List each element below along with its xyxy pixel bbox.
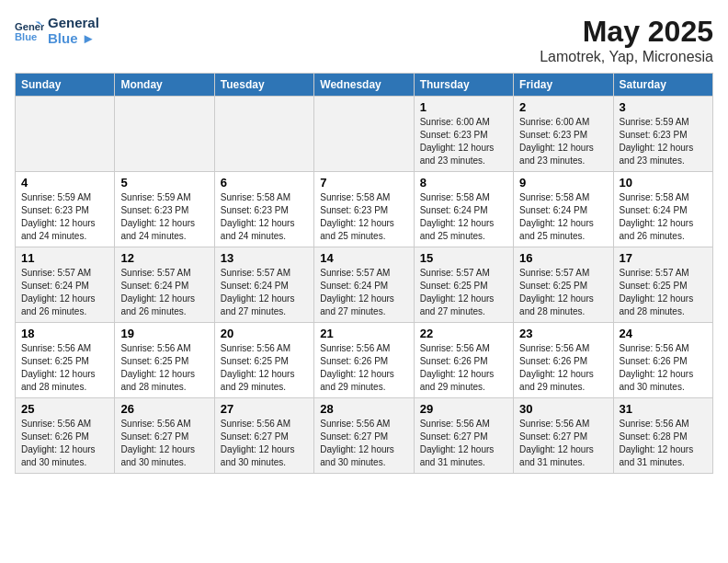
day-info: Sunrise: 5:58 AM Sunset: 6:24 PM Dayligh… <box>420 191 507 243</box>
calendar-cell: 6Sunrise: 5:58 AM Sunset: 6:23 PM Daylig… <box>214 172 313 247</box>
calendar-cell: 3Sunrise: 5:59 AM Sunset: 6:23 PM Daylig… <box>613 97 712 172</box>
calendar-week-row: 4Sunrise: 5:59 AM Sunset: 6:23 PM Daylig… <box>16 172 713 247</box>
calendar-cell: 13Sunrise: 5:57 AM Sunset: 6:24 PM Dayli… <box>214 247 313 323</box>
logo-icon: General Blue <box>15 16 44 45</box>
calendar-cell: 8Sunrise: 5:58 AM Sunset: 6:24 PM Daylig… <box>414 172 513 247</box>
day-number: 16 <box>519 251 607 265</box>
day-info: Sunrise: 5:57 AM Sunset: 6:25 PM Dayligh… <box>620 267 707 318</box>
day-info: Sunrise: 5:59 AM Sunset: 6:23 PM Dayligh… <box>620 116 707 167</box>
day-info: Sunrise: 5:58 AM Sunset: 6:23 PM Dayligh… <box>221 191 308 243</box>
day-number: 9 <box>519 176 607 190</box>
calendar-cell: 22Sunrise: 5:56 AM Sunset: 6:26 PM Dayli… <box>414 323 513 398</box>
day-info: Sunrise: 5:56 AM Sunset: 6:26 PM Dayligh… <box>620 342 707 394</box>
calendar-cell: 2Sunrise: 6:00 AM Sunset: 6:23 PM Daylig… <box>514 97 613 172</box>
logo-general: General <box>48 15 99 30</box>
day-number: 14 <box>320 251 407 265</box>
calendar-cell: 30Sunrise: 5:56 AM Sunset: 6:27 PM Dayli… <box>514 398 613 474</box>
day-number: 3 <box>620 100 707 114</box>
calendar-cell: 25Sunrise: 5:56 AM Sunset: 6:26 PM Dayli… <box>16 398 115 474</box>
svg-text:Blue: Blue <box>15 31 37 42</box>
day-number: 22 <box>420 327 507 340</box>
day-info: Sunrise: 5:56 AM Sunset: 6:26 PM Dayligh… <box>519 342 607 394</box>
calendar-cell: 26Sunrise: 5:56 AM Sunset: 6:27 PM Dayli… <box>115 398 214 474</box>
col-thursday: Thursday <box>414 74 513 97</box>
day-number: 2 <box>519 100 607 114</box>
calendar-cell: 21Sunrise: 5:56 AM Sunset: 6:26 PM Dayli… <box>314 323 414 398</box>
title-block: May 2025 Lamotrek, Yap, Micronesia <box>540 15 713 65</box>
day-number: 21 <box>320 327 407 340</box>
day-info: Sunrise: 5:58 AM Sunset: 6:23 PM Dayligh… <box>320 191 407 243</box>
day-info: Sunrise: 5:56 AM Sunset: 6:27 PM Dayligh… <box>120 418 208 469</box>
day-info: Sunrise: 5:58 AM Sunset: 6:24 PM Dayligh… <box>620 191 707 243</box>
day-info: Sunrise: 5:57 AM Sunset: 6:24 PM Dayligh… <box>120 267 208 318</box>
day-info: Sunrise: 6:00 AM Sunset: 6:23 PM Dayligh… <box>420 116 507 167</box>
day-number: 11 <box>21 251 108 265</box>
calendar-cell: 20Sunrise: 5:56 AM Sunset: 6:25 PM Dayli… <box>214 323 313 398</box>
day-info: Sunrise: 5:56 AM Sunset: 6:28 PM Dayligh… <box>620 418 707 469</box>
calendar-cell: 23Sunrise: 5:56 AM Sunset: 6:26 PM Dayli… <box>514 323 613 398</box>
day-info: Sunrise: 5:57 AM Sunset: 6:25 PM Dayligh… <box>519 267 607 318</box>
day-number: 20 <box>221 327 308 340</box>
page-header: General Blue General Blue ► May 2025 Lam… <box>15 15 713 65</box>
day-number: 25 <box>21 402 108 416</box>
calendar-cell: 5Sunrise: 5:59 AM Sunset: 6:23 PM Daylig… <box>115 172 214 247</box>
day-number: 28 <box>320 402 407 416</box>
day-info: Sunrise: 5:56 AM Sunset: 6:27 PM Dayligh… <box>320 418 407 469</box>
calendar-cell: 4Sunrise: 5:59 AM Sunset: 6:23 PM Daylig… <box>16 172 115 247</box>
calendar-cell: 15Sunrise: 5:57 AM Sunset: 6:25 PM Dayli… <box>414 247 513 323</box>
day-number: 4 <box>21 176 108 190</box>
calendar-week-row: 11Sunrise: 5:57 AM Sunset: 6:24 PM Dayli… <box>16 247 713 323</box>
calendar-week-row: 1Sunrise: 6:00 AM Sunset: 6:23 PM Daylig… <box>16 97 713 172</box>
col-friday: Friday <box>514 74 613 97</box>
col-monday: Monday <box>115 74 214 97</box>
header-row: Sunday Monday Tuesday Wednesday Thursday… <box>16 74 713 97</box>
day-info: Sunrise: 5:57 AM Sunset: 6:24 PM Dayligh… <box>21 267 108 318</box>
calendar-cell: 24Sunrise: 5:56 AM Sunset: 6:26 PM Dayli… <box>613 323 712 398</box>
day-info: Sunrise: 5:56 AM Sunset: 6:26 PM Dayligh… <box>320 342 407 394</box>
day-info: Sunrise: 5:56 AM Sunset: 6:27 PM Dayligh… <box>420 418 507 469</box>
day-number: 10 <box>620 176 707 190</box>
calendar-cell: 11Sunrise: 5:57 AM Sunset: 6:24 PM Dayli… <box>16 247 115 323</box>
calendar-cell: 31Sunrise: 5:56 AM Sunset: 6:28 PM Dayli… <box>613 398 712 474</box>
calendar-cell: 9Sunrise: 5:58 AM Sunset: 6:24 PM Daylig… <box>514 172 613 247</box>
calendar-week-row: 18Sunrise: 5:56 AM Sunset: 6:25 PM Dayli… <box>16 323 713 398</box>
calendar-week-row: 25Sunrise: 5:56 AM Sunset: 6:26 PM Dayli… <box>16 398 713 474</box>
calendar-cell: 14Sunrise: 5:57 AM Sunset: 6:24 PM Dayli… <box>314 247 414 323</box>
calendar-cell: 12Sunrise: 5:57 AM Sunset: 6:24 PM Dayli… <box>115 247 214 323</box>
day-number: 27 <box>221 402 308 416</box>
col-saturday: Saturday <box>613 74 712 97</box>
calendar-cell <box>16 97 115 172</box>
col-wednesday: Wednesday <box>314 74 414 97</box>
day-info: Sunrise: 5:56 AM Sunset: 6:26 PM Dayligh… <box>21 418 108 469</box>
day-info: Sunrise: 5:57 AM Sunset: 6:24 PM Dayligh… <box>320 267 407 318</box>
day-number: 8 <box>420 176 507 190</box>
calendar-cell <box>314 97 414 172</box>
logo-blue: Blue ► <box>48 30 99 46</box>
col-sunday: Sunday <box>16 74 115 97</box>
calendar-table: Sunday Monday Tuesday Wednesday Thursday… <box>15 73 713 474</box>
calendar-cell: 1Sunrise: 6:00 AM Sunset: 6:23 PM Daylig… <box>414 97 513 172</box>
day-number: 18 <box>21 327 108 340</box>
day-info: Sunrise: 5:56 AM Sunset: 6:25 PM Dayligh… <box>21 342 108 394</box>
calendar-cell <box>115 97 214 172</box>
day-number: 31 <box>620 402 707 416</box>
calendar-cell: 27Sunrise: 5:56 AM Sunset: 6:27 PM Dayli… <box>214 398 313 474</box>
day-number: 17 <box>620 251 707 265</box>
day-number: 13 <box>221 251 308 265</box>
day-number: 7 <box>320 176 407 190</box>
day-number: 1 <box>420 100 507 114</box>
col-tuesday: Tuesday <box>214 74 313 97</box>
calendar-cell: 19Sunrise: 5:56 AM Sunset: 6:25 PM Dayli… <box>115 323 214 398</box>
day-info: Sunrise: 5:58 AM Sunset: 6:24 PM Dayligh… <box>519 191 607 243</box>
calendar-cell: 16Sunrise: 5:57 AM Sunset: 6:25 PM Dayli… <box>514 247 613 323</box>
calendar-cell <box>214 97 313 172</box>
day-info: Sunrise: 5:57 AM Sunset: 6:25 PM Dayligh… <box>420 267 507 318</box>
day-number: 30 <box>519 402 607 416</box>
calendar-cell: 18Sunrise: 5:56 AM Sunset: 6:25 PM Dayli… <box>16 323 115 398</box>
day-number: 15 <box>420 251 507 265</box>
day-info: Sunrise: 6:00 AM Sunset: 6:23 PM Dayligh… <box>519 116 607 167</box>
calendar-cell: 7Sunrise: 5:58 AM Sunset: 6:23 PM Daylig… <box>314 172 414 247</box>
calendar-cell: 29Sunrise: 5:56 AM Sunset: 6:27 PM Dayli… <box>414 398 513 474</box>
day-info: Sunrise: 5:56 AM Sunset: 6:25 PM Dayligh… <box>120 342 208 394</box>
day-number: 24 <box>620 327 707 340</box>
